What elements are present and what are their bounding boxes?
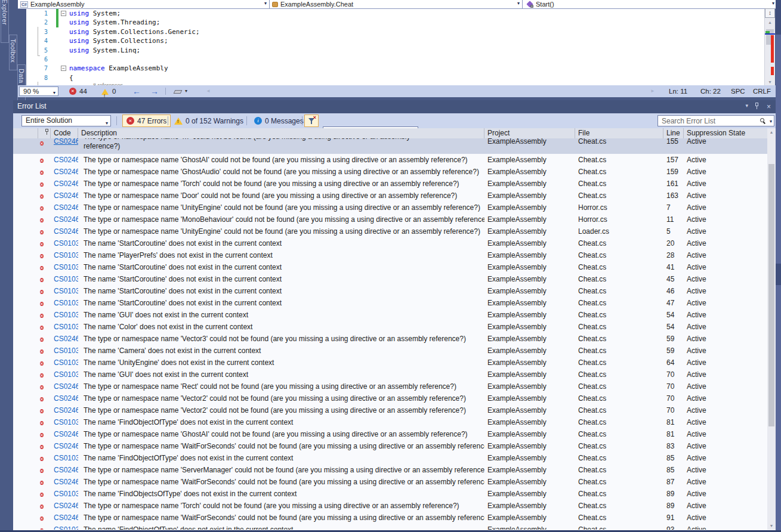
- column-header-file[interactable]: File: [575, 128, 663, 138]
- error-code-link[interactable]: CS0246: [51, 215, 78, 224]
- table-row[interactable]: ✕ CS0246 The type or namespace name 'Wai…: [13, 512, 768, 524]
- error-code-link[interactable]: CS0246: [51, 203, 78, 212]
- hscroll-right-icon[interactable]: ►: [650, 85, 655, 97]
- error-code-link[interactable]: CS0246: [51, 430, 78, 438]
- table-row[interactable]: ✕ CS0246 The type or namespace name 'Rec…: [13, 381, 768, 392]
- table-row[interactable]: ✕ CS0103 The name 'GUI' does not exist i…: [13, 309, 768, 321]
- window-position-icon[interactable]: ▾: [745, 103, 748, 109]
- scroll-down-icon[interactable]: ▼: [767, 524, 776, 528]
- sidebar-tab-toolbox[interactable]: Toolbox: [9, 35, 17, 70]
- error-code-link[interactable]: CS0103: [51, 311, 78, 319]
- spaces-indicator[interactable]: SPC: [731, 85, 745, 97]
- warning-count-icon[interactable]: !: [101, 89, 109, 95]
- code-line[interactable]: 6: [26, 55, 764, 64]
- code-cleanup-icon[interactable]: [174, 90, 183, 94]
- code-line[interactable]: 7 − namespace ExampleAssembly: [26, 64, 764, 73]
- code-editor[interactable]: 1 − using System; 2 using System.Threadi…: [26, 9, 764, 85]
- messages-filter-button[interactable]: i 0 Messages: [251, 115, 307, 127]
- sidebar-tab-server-explorer[interactable]: Server Explorer: [1, 0, 9, 43]
- error-code-link[interactable]: CS0103: [51, 299, 78, 307]
- table-row[interactable]: ✕ CS0246 The type or namespace name 'Tor…: [13, 500, 768, 512]
- table-row[interactable]: ✕ CS0246 The type or namespace name 'Wai…: [13, 440, 768, 452]
- error-code-link[interactable]: CS0246: [51, 382, 78, 391]
- error-code-link[interactable]: CS0103: [51, 418, 78, 426]
- table-row[interactable]: ✕ CS0103 The name 'Camera' does not exis…: [13, 345, 768, 357]
- close-icon[interactable]: ×: [767, 103, 771, 111]
- table-row[interactable]: ✕ CS0246 The type or namespace name 'Doo…: [13, 190, 768, 202]
- search-input[interactable]: Search Error List ▾: [657, 115, 774, 126]
- error-code-link[interactable]: CS0246: [51, 514, 78, 522]
- scroll-up-icon[interactable]: ▲: [767, 130, 776, 134]
- error-code-link[interactable]: CS0103: [51, 251, 78, 259]
- table-row[interactable]: ✕ CS0246 The type or namespace name 'Vec…: [13, 333, 768, 345]
- table-row[interactable]: ✕ CS0103 The name 'FindObjectOfType' doe…: [13, 524, 768, 530]
- warnings-filter-button[interactable]: ! 0 of 152 Warnings: [171, 115, 247, 127]
- code-line[interactable]: 2 using System.Threading;: [26, 18, 764, 27]
- table-row[interactable]: ✕ CS0246 The type or namespace name 'Gho…: [13, 428, 768, 440]
- table-row[interactable]: ✕ CS0246 The type or namespace name 'Wai…: [13, 476, 768, 488]
- split-window-handle[interactable]: ↕: [765, 8, 775, 18]
- zoom-select[interactable]: 90 % ▾: [19, 86, 58, 96]
- member-dropdown[interactable]: Start() ▾: [523, 0, 777, 8]
- table-row[interactable]: ✕ CS0246 The type or namespace name 'Gho…: [13, 166, 768, 178]
- code-line[interactable]: 5 using System.Linq;: [26, 46, 764, 55]
- error-code-link[interactable]: CS0103: [51, 287, 78, 295]
- error-code-link[interactable]: CS0246: [51, 335, 78, 343]
- column-header-severity[interactable]: [38, 128, 51, 138]
- table-row[interactable]: ✕ CS0246 The type or namespace name 'Gho…: [13, 154, 768, 166]
- line-ending-indicator[interactable]: CRLF: [753, 85, 771, 97]
- error-code-link[interactable]: CS0246: [51, 191, 78, 200]
- column-header-project[interactable]: Project: [484, 128, 575, 138]
- error-code-link[interactable]: CS0246: [51, 138, 78, 146]
- navigate-forward-icon[interactable]: →: [150, 85, 159, 97]
- table-row[interactable]: ✕ CS0103 The name 'Color' does not exist…: [13, 321, 768, 333]
- editor-scrollbar[interactable]: ↕ ▲ ▼: [764, 9, 775, 85]
- table-row[interactable]: ✕ CS0246 The type or namespace name 'Vec…: [13, 392, 768, 404]
- scroll-up-icon[interactable]: ▲: [765, 20, 775, 24]
- filter-toggle-button[interactable]: ×: [304, 115, 319, 127]
- error-count[interactable]: 44: [79, 85, 87, 97]
- error-list-titlebar[interactable]: Error List ▾ ×: [13, 100, 776, 113]
- scope-select[interactable]: Entire Solution ▾: [21, 115, 111, 126]
- table-row[interactable]: ✕ CS0103 The name 'FindObjectOfType' doe…: [13, 416, 768, 428]
- fold-collapse-icon[interactable]: −: [61, 66, 66, 71]
- pin-icon[interactable]: [755, 103, 760, 110]
- error-code-link[interactable]: CS0246: [51, 442, 78, 450]
- table-row[interactable]: ✕ CS0103 The name 'FindObjectsOfType' do…: [13, 488, 768, 500]
- table-row[interactable]: ✕ CS0103 The name 'StartCoroutine' does …: [13, 297, 768, 309]
- table-row[interactable]: ✕ CS0246 The type or namespace name 'Tor…: [13, 178, 768, 190]
- table-row[interactable]: ✕ CS0246 The type or namespace name 'Uni…: [13, 225, 768, 237]
- error-code-link[interactable]: CS0246: [51, 180, 78, 188]
- error-code-link[interactable]: CS0103: [51, 370, 78, 379]
- table-row[interactable]: ✕ CS0103 The name 'StartCoroutine' does …: [13, 237, 768, 249]
- error-code-link[interactable]: CS0246: [51, 406, 78, 415]
- error-code-link[interactable]: CS0103: [51, 263, 78, 271]
- error-count-icon[interactable]: ✕: [69, 88, 76, 95]
- error-code-link[interactable]: CS0103: [51, 490, 78, 498]
- error-code-link[interactable]: CS0246: [51, 168, 78, 176]
- error-code-link[interactable]: CS0246: [51, 227, 78, 236]
- table-row[interactable]: ✕ CS0246 The type or namespace name 'Vec…: [13, 404, 768, 416]
- column-header-code[interactable]: Code: [51, 128, 78, 138]
- scroll-down-icon[interactable]: ▼: [765, 80, 775, 84]
- search-icon[interactable]: [760, 118, 764, 122]
- table-row[interactable]: ✕ CS0103 The name 'FindObjectOfType' doe…: [13, 452, 768, 464]
- navigate-back-icon[interactable]: ←: [132, 85, 141, 97]
- hscroll-left-icon[interactable]: ◄: [206, 85, 211, 97]
- column-header-description[interactable]: Description: [78, 128, 484, 138]
- table-row[interactable]: ✕ CS0103 The name 'StartCoroutine' does …: [13, 285, 768, 297]
- type-dropdown[interactable]: ExampleAssembly.Cheat ▾: [270, 0, 523, 8]
- table-row[interactable]: ✕ CS0103 The name 'PlayerPrefs' does not…: [13, 249, 768, 261]
- error-code-link[interactable]: CS0103: [51, 347, 78, 355]
- error-code-link[interactable]: CS0246: [51, 502, 78, 510]
- table-row[interactable]: ✕ CS0103 The name 'StartCoroutine' does …: [13, 273, 768, 285]
- error-code-link[interactable]: CS0246: [51, 394, 78, 403]
- table-row[interactable]: ✕ CS0103 The name 'StartCoroutine' does …: [13, 261, 768, 273]
- column-header-spacer[interactable]: [13, 128, 38, 138]
- warning-count[interactable]: 0: [112, 85, 116, 97]
- table-row[interactable]: ✕ CS0103 The name 'GUI' does not exist i…: [13, 369, 768, 381]
- code-line[interactable]: 3 using System.Collections.Generic;: [26, 27, 764, 36]
- error-code-link[interactable]: CS0246: [51, 478, 78, 486]
- error-code-link[interactable]: CS0103: [51, 525, 78, 530]
- error-code-link[interactable]: CS0103: [51, 275, 78, 283]
